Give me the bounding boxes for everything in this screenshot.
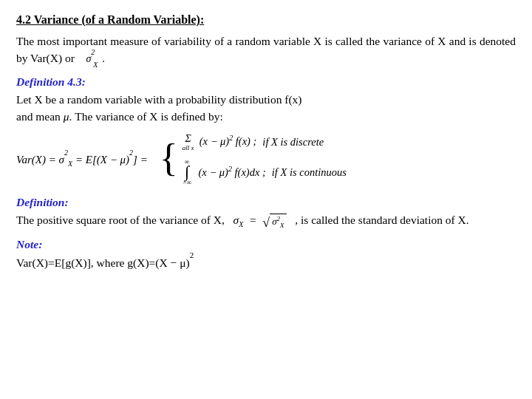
intro-paragraph: The most important measure of variabilit… bbox=[16, 33, 516, 68]
sigma-notation: σ2X bbox=[86, 53, 102, 64]
formula-left-side: Var(X) = σ2X = E[(X − μ)2] = bbox=[16, 152, 148, 168]
cases-content: Σ all x (x − μ)2 f(x) ; if X is discrete… bbox=[183, 133, 347, 187]
note-text-prefix: Var(X)=E[g(X)], where g(X)=(X − μ)2 bbox=[16, 256, 194, 269]
def43-line2: and mean μ. The variance of X is defined… bbox=[16, 110, 223, 123]
definition-43-body: Let X be a random variable with a probab… bbox=[16, 91, 516, 126]
left-brace: { bbox=[160, 139, 178, 177]
brace-cases: { Σ all x (x − μ)2 f(x) ; if X is discre… bbox=[160, 133, 347, 187]
definition-2-title: Definition: bbox=[16, 196, 516, 209]
variance-formula-block: Var(X) = σ2X = E[(X − μ)2] = { Σ all x (… bbox=[16, 133, 516, 187]
note-title: Note: bbox=[16, 238, 516, 251]
note-body: Var(X)=E[g(X)], where g(X)=(X − μ)2 bbox=[16, 253, 516, 272]
def2-text-before: The positive square root of the variance… bbox=[16, 214, 225, 226]
section-title: 4.2 Variance (of a Random Variable): bbox=[16, 13, 516, 27]
sigma-sqrt-formula: σX = √σ2X bbox=[233, 211, 287, 231]
continuous-condition: if X is continuous bbox=[272, 166, 347, 179]
discrete-condition: if X is discrete bbox=[262, 136, 324, 149]
discrete-formula: Σ all x (x − μ)2 f(x) ; bbox=[183, 133, 257, 151]
discrete-case: Σ all x (x − μ)2 f(x) ; if X is discrete bbox=[183, 133, 347, 151]
continuous-case: ∞ ∫ −∞ (x − μ)2 f(x)dx ; if X is continu… bbox=[183, 159, 347, 187]
continuous-formula: ∞ ∫ −∞ (x − μ)2 f(x)dx ; bbox=[183, 159, 266, 187]
definition-43-title: Definition 4.3: bbox=[16, 75, 516, 89]
page-container: 4.2 Variance (of a Random Variable): The… bbox=[16, 13, 516, 272]
def43-line1: Let X be a random variable with a probab… bbox=[16, 93, 302, 106]
definition-2-body: The positive square root of the variance… bbox=[16, 211, 516, 231]
